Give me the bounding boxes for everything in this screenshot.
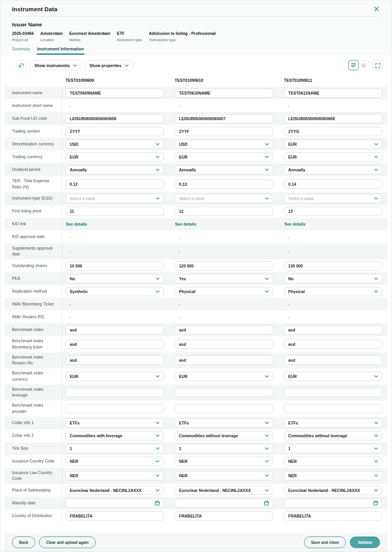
benchmark-index-currency-select[interactable]: EUR: [65, 372, 164, 381]
back-button[interactable]: Back: [12, 536, 35, 548]
dividend-period-select[interactable]: Annually: [175, 165, 273, 174]
denomination-currency-select[interactable]: USD: [65, 140, 164, 149]
maturity-date-date-input[interactable]: [175, 499, 273, 508]
benchmark-index-provider-input[interactable]: [175, 404, 273, 413]
benchmark-index-input[interactable]: [175, 325, 273, 335]
ter-total-expense-ratio-input[interactable]: [175, 179, 273, 189]
issuance-country-code-select[interactable]: NER: [65, 457, 164, 466]
collar-info-1-select[interactable]: ETFs: [175, 418, 273, 428]
country-of-distribution-input[interactable]: [175, 511, 273, 521]
denomination-currency-select[interactable]: USD: [175, 140, 273, 149]
benchmark-index-leverage-input[interactable]: [284, 388, 382, 397]
benchmark-index-bloomberg-ticker-input[interactable]: [175, 340, 273, 349]
table-row: Benchmark index provider: [4, 400, 388, 417]
place-of-safekeeping-select[interactable]: Euroclear Nederland - NECINL2AXXX: [175, 486, 273, 495]
benchmark-index-currency-select[interactable]: EUR: [284, 372, 382, 381]
maturity-date-date-input[interactable]: [284, 499, 382, 508]
first-listing-price-input[interactable]: [65, 207, 164, 216]
compact-list-view-button[interactable]: [358, 60, 369, 71]
replication-method-select[interactable]: Physical: [175, 287, 273, 296]
trading-symbol-input[interactable]: [65, 127, 164, 136]
country-of-distribution-input[interactable]: [284, 511, 382, 521]
collar-info-2-select[interactable]: Commodities with leverage: [65, 431, 164, 440]
trading-symbol-input[interactable]: [175, 127, 273, 136]
pea-select[interactable]: No: [284, 274, 382, 283]
collar-info-1-select[interactable]: ETFs: [65, 418, 164, 428]
pea-select[interactable]: No: [65, 274, 164, 283]
benchmark-index-input[interactable]: [284, 325, 382, 335]
place-of-safekeeping-select[interactable]: Euroclear Nederland - NECINL2AXXX: [65, 486, 164, 495]
trading-currency-select[interactable]: EUR: [65, 152, 164, 162]
show-instruments-dropdown[interactable]: Show instruments: [30, 60, 82, 71]
instrument-name-input[interactable]: [65, 88, 164, 98]
replication-method-select[interactable]: Physical: [284, 287, 382, 296]
instrument-name-input[interactable]: [175, 88, 273, 98]
trading-symbol-input[interactable]: [284, 127, 382, 136]
instrument-type-esg-select[interactable]: Select a value: [175, 194, 273, 203]
benchmark-index-bloomberg-ticker-input[interactable]: [65, 340, 164, 349]
issuance-law-country-code-select[interactable]: NER: [284, 471, 382, 480]
pea-select[interactable]: Yes: [175, 274, 273, 283]
trading-currency-select[interactable]: EUR: [284, 152, 382, 162]
benchmark-index-bloomberg-ticker-input[interactable]: [284, 340, 382, 349]
clear-and-upload-again-button[interactable]: Clear and upload again: [39, 536, 96, 548]
chevron-down-icon: [156, 435, 160, 437]
denomination-currency-select[interactable]: EUR: [284, 140, 382, 149]
ter-total-expense-ratio-input[interactable]: [284, 179, 382, 189]
kid-link-see-details-link[interactable]: See details: [284, 222, 306, 226]
issuance-law-country-code-select[interactable]: NER: [175, 471, 273, 480]
instrument-type-esg-select[interactable]: Select a value: [284, 194, 382, 203]
kid-link-see-details-link[interactable]: See details: [175, 222, 196, 226]
fullscreen-icon: [375, 63, 380, 68]
benchmark-index-leverage-input[interactable]: [175, 388, 273, 397]
sub-fund-lei-code-input[interactable]: [65, 114, 164, 123]
tab-summary[interactable]: Summary: [12, 47, 30, 55]
benchmark-index-provider-input[interactable]: [65, 404, 164, 413]
sub-fund-lei-code-input[interactable]: [175, 114, 273, 123]
maturity-date-date-input[interactable]: [65, 499, 164, 508]
save-and-close-button[interactable]: Save and close: [304, 536, 346, 548]
outstanding-shares-input[interactable]: [175, 261, 273, 271]
close-button[interactable]: [373, 5, 380, 12]
tick-size-select[interactable]: 1: [175, 444, 273, 453]
first-listing-price-input[interactable]: [175, 207, 273, 216]
kid-link-see-details-link[interactable]: See details: [65, 222, 87, 226]
validate-button[interactable]: Validate: [350, 536, 380, 548]
dividend-period-select[interactable]: Annually: [284, 165, 382, 174]
ter-total-expense-ratio-input[interactable]: [65, 179, 164, 189]
transpose-button[interactable]: [16, 60, 27, 71]
outstanding-shares-input[interactable]: [65, 261, 164, 271]
collar-info-2-select[interactable]: Commodities without leverage: [284, 431, 382, 440]
show-properties-dropdown[interactable]: Show properties: [85, 60, 133, 71]
country-of-distribution-input[interactable]: [65, 511, 164, 521]
replication-method-select[interactable]: Synthetic: [65, 287, 164, 296]
benchmark-index-leverage-input[interactable]: [65, 388, 164, 397]
benchmark-index-provider-input[interactable]: [284, 404, 382, 413]
place-of-safekeeping-select[interactable]: Euroclear Nederland - NECINL2AXXX: [284, 486, 382, 495]
instrument-name-input[interactable]: [284, 88, 382, 98]
benchmark-index-reuters-ric-input[interactable]: [175, 355, 273, 365]
first-listing-price-input[interactable]: [284, 207, 382, 216]
issuance-law-country-code-select[interactable]: NER: [65, 471, 164, 480]
benchmark-index-currency-select[interactable]: EUR: [175, 372, 273, 381]
row-label-ter-total-expense-ratio: TER - Total Expense Ratio (%): [4, 176, 62, 192]
benchmark-index-reuters-ric-input[interactable]: [65, 355, 164, 365]
benchmark-index-reuters-ric-input[interactable]: [284, 355, 382, 365]
dividend-period-select[interactable]: Annually: [65, 165, 164, 174]
chevron-down-icon: [265, 278, 269, 280]
tick-size-select[interactable]: 1: [65, 444, 164, 453]
issuance-country-code-select[interactable]: NER: [175, 457, 273, 466]
sub-fund-lei-code-input[interactable]: [284, 114, 382, 123]
instrument-type-esg-select[interactable]: Select a value: [65, 194, 164, 203]
issuance-country-code-select[interactable]: NER: [284, 457, 382, 466]
tab-instrument-information[interactable]: Instrument Information: [37, 47, 84, 55]
tick-size-select[interactable]: 1: [284, 444, 382, 453]
list-view-button[interactable]: [348, 60, 359, 70]
collar-info-2-select[interactable]: Commodities without leverage: [175, 431, 273, 440]
collar-info-1-select[interactable]: ETFs: [284, 418, 382, 428]
outstanding-shares-input[interactable]: [284, 261, 382, 271]
table-cell: [175, 340, 273, 349]
benchmark-index-input[interactable]: [65, 325, 164, 335]
fullscreen-button[interactable]: [372, 60, 383, 71]
trading-currency-select[interactable]: EUR: [175, 152, 273, 162]
